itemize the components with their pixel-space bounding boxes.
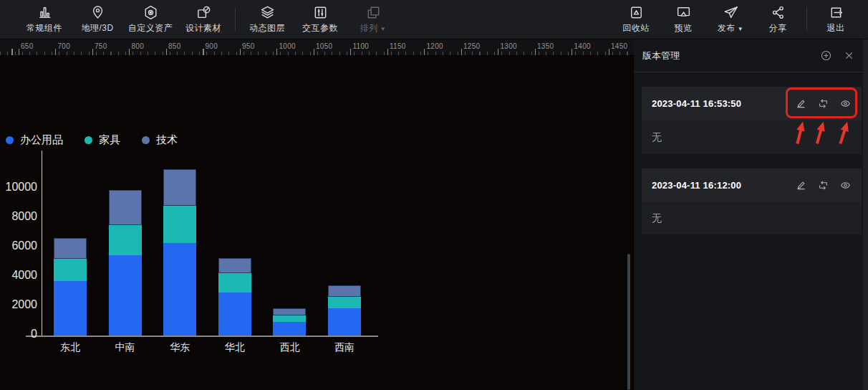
map-pin-icon bbox=[90, 4, 106, 21]
bar-segment bbox=[218, 258, 251, 273]
rollback-version-button[interactable] bbox=[817, 98, 829, 110]
ruler-label: 800 bbox=[132, 42, 145, 50]
preview-version-button[interactable] bbox=[839, 179, 852, 191]
toolbar: 常规组件地理/3D自定义资产设计素材动态图层交互参数排列▼ 回收站预览发布▼分享… bbox=[0, 0, 868, 39]
toolbar-item-design-materials[interactable]: 设计素材 bbox=[177, 0, 230, 39]
preview-version-button[interactable] bbox=[839, 98, 852, 110]
legend-label: 技术 bbox=[156, 133, 178, 147]
toolbar-item-label: 排列▼ bbox=[360, 22, 386, 34]
plus-circle-icon[interactable] bbox=[820, 49, 832, 62]
legend-dot bbox=[142, 136, 150, 144]
toolbar-item-label: 自定义资产 bbox=[128, 22, 173, 34]
toolbar-item-label: 回收站 bbox=[622, 22, 650, 34]
toolbar-item-custom-assets[interactable]: 自定义资产 bbox=[124, 0, 177, 39]
panel-scrollbar-track[interactable] bbox=[863, 39, 868, 390]
version-panel-header: 版本管理 bbox=[634, 39, 868, 72]
layers-icon bbox=[259, 4, 276, 21]
x-axis-category-label: 西南 bbox=[319, 341, 370, 354]
toolbar-separator bbox=[806, 8, 807, 31]
edit-version-button[interactable] bbox=[795, 98, 807, 110]
bar-segment bbox=[218, 292, 251, 336]
ruler-label: 750 bbox=[95, 42, 107, 50]
canvas-vertical-scrollbar[interactable] bbox=[627, 254, 630, 390]
y-axis-tick-label: 0 bbox=[0, 328, 37, 340]
bar-chart-icon bbox=[37, 4, 53, 21]
legend-item: 技术 bbox=[142, 133, 178, 147]
ruler-label: 1300 bbox=[501, 42, 517, 50]
panel-header-icons bbox=[809, 49, 855, 62]
toolbar-item-label: 退出 bbox=[827, 22, 845, 34]
toolbar-item-label: 地理/3D bbox=[81, 22, 113, 34]
chevron-down-icon: ▼ bbox=[380, 26, 386, 32]
bar-segment bbox=[273, 322, 306, 336]
bar-segment bbox=[163, 243, 196, 336]
panel-title: 版本管理 bbox=[642, 49, 799, 62]
bar-segment bbox=[328, 285, 361, 297]
toolbar-item-exit[interactable]: 退出 bbox=[812, 0, 859, 39]
toolbar-item-label: 预览 bbox=[675, 22, 693, 34]
y-axis-tick-label: 2000 bbox=[0, 299, 37, 310]
exit-icon bbox=[828, 4, 844, 21]
toolbar-item-preview[interactable]: 预览 bbox=[660, 0, 707, 39]
close-icon[interactable] bbox=[843, 49, 855, 62]
bar-segment bbox=[54, 281, 87, 336]
toolbar-item-share[interactable]: 分享 bbox=[754, 0, 801, 39]
legend-item: 办公用品 bbox=[6, 133, 63, 147]
toolbar-item-label: 常规组件 bbox=[26, 22, 62, 34]
x-axis-category-label: 华北 bbox=[210, 341, 260, 354]
version-card: 2023-04-11 16:12:00无 bbox=[642, 168, 862, 234]
toolbar-item-recycle-bin[interactable]: 回收站 bbox=[612, 0, 660, 39]
bar-segment bbox=[163, 206, 196, 243]
legend-dot bbox=[6, 136, 14, 144]
version-note: 无 bbox=[642, 202, 862, 234]
version-card: 2023-04-11 16:53:50无 bbox=[642, 87, 862, 154]
design-canvas[interactable]: 办公用品家具技术0200040006000800010000东北中南华东华北西北… bbox=[0, 56, 634, 390]
share-icon bbox=[770, 4, 786, 21]
bar-segment bbox=[109, 190, 142, 225]
toolbar-item-label: 交互参数 bbox=[302, 22, 338, 34]
stacked-bar-chart[interactable]: 办公用品家具技术0200040006000800010000东北中南华东华北西北… bbox=[0, 56, 401, 390]
app-root: 常规组件地理/3D自定义资产设计素材动态图层交互参数排列▼ 回收站预览发布▼分享… bbox=[0, 0, 868, 390]
toolbar-item-label: 动态图层 bbox=[249, 22, 285, 34]
chevron-down-icon: ▼ bbox=[738, 26, 743, 32]
toolbar-separator bbox=[235, 8, 236, 31]
bar-segment bbox=[218, 273, 251, 292]
ruler-label: 1000 bbox=[279, 42, 296, 50]
toolbar-item-publish[interactable]: 发布▼ bbox=[707, 0, 754, 39]
version-timestamp: 2023-04-11 16:12:00 bbox=[652, 180, 795, 191]
y-axis-tick-label: 8000 bbox=[0, 211, 37, 222]
ruler-label: 650 bbox=[21, 42, 34, 50]
x-axis-category-label: 华东 bbox=[155, 341, 205, 354]
bar-segment bbox=[273, 315, 306, 322]
version-actions bbox=[795, 179, 852, 191]
edit-version-button[interactable] bbox=[795, 179, 807, 191]
ruler-label: 1350 bbox=[537, 42, 554, 50]
bar-segment bbox=[109, 255, 142, 336]
version-timestamp: 2023-04-11 16:53:50 bbox=[652, 98, 795, 109]
ruler-label: 1200 bbox=[427, 42, 443, 50]
bar-segment bbox=[328, 308, 361, 336]
ruler-label: 1050 bbox=[316, 42, 332, 50]
toolbar-item-interaction-params[interactable]: 交互参数 bbox=[294, 0, 347, 39]
toolbar-item-label: 设计素材 bbox=[185, 22, 221, 34]
version-card-header: 2023-04-11 16:53:50 bbox=[642, 87, 862, 120]
trash-icon bbox=[628, 4, 645, 21]
x-axis-category-label: 西北 bbox=[264, 341, 314, 354]
ruler-label: 1450 bbox=[611, 42, 627, 50]
x-axis-category-label: 东北 bbox=[45, 341, 95, 354]
toolbar-item-dynamic-layers[interactable]: 动态图层 bbox=[241, 0, 294, 39]
toolbar-item-label: 分享 bbox=[769, 22, 787, 34]
rollback-version-button[interactable] bbox=[817, 179, 829, 191]
toolbar-right-group: 回收站预览发布▼分享退出 bbox=[612, 0, 868, 39]
preview-icon bbox=[675, 4, 692, 21]
x-axis-category-label: 中南 bbox=[100, 341, 150, 354]
toolbar-item-components[interactable]: 常规组件 bbox=[18, 0, 71, 39]
ruler-label: 900 bbox=[206, 42, 218, 50]
legend-item: 家具 bbox=[85, 133, 120, 147]
horizontal-ruler: 6507007508008509009501000105011001150120… bbox=[0, 39, 634, 56]
toolbar-item-arrange[interactable]: 排列▼ bbox=[347, 0, 400, 39]
bar-segment bbox=[163, 169, 196, 205]
toolbar-item-geo-3d[interactable]: 地理/3D bbox=[71, 0, 124, 39]
ruler-label: 700 bbox=[58, 42, 71, 50]
ruler-label: 1100 bbox=[353, 42, 370, 50]
